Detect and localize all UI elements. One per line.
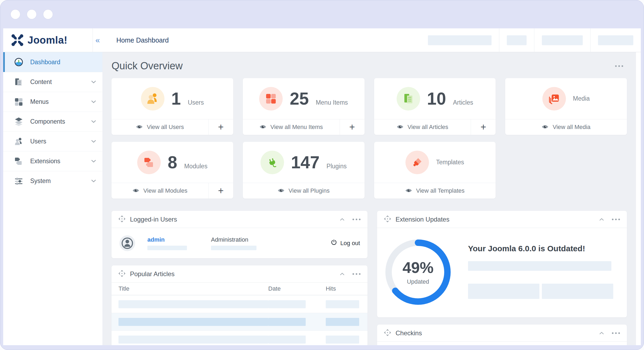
logout-label: Log out [340, 240, 360, 247]
panel-actions [599, 217, 620, 222]
eye-icon [397, 124, 404, 131]
stat-card-body: 25 Menu Items [243, 78, 365, 119]
screen: Joomla! « Dashboard [0, 0, 644, 350]
quick-overview-options-icon[interactable] [615, 65, 623, 67]
redacted-button[interactable] [542, 284, 613, 299]
view-all-media-link[interactable]: View all Media [505, 119, 627, 135]
drag-handle-icon[interactable] [118, 215, 125, 223]
view-all-articles-link[interactable]: View all Articles [374, 119, 471, 135]
menus-grid-icon [14, 97, 24, 107]
logout-button[interactable]: Log out [331, 239, 360, 247]
redacted-label [507, 35, 527, 45]
stat-card-footer: View all Modules + [112, 183, 233, 199]
content-pages-icon [14, 77, 24, 87]
user-name-link[interactable]: admin [147, 236, 211, 243]
panel-title: Popular Articles [130, 270, 335, 278]
modules-icon [137, 151, 161, 174]
panel-options-icon[interactable] [612, 219, 620, 220]
redacted-button[interactable] [468, 284, 539, 299]
drag-handle-icon[interactable] [384, 215, 391, 223]
sidebar-item-system[interactable]: System [3, 171, 102, 191]
table-row[interactable] [112, 313, 367, 330]
view-all-plugins-link[interactable]: View all Plugins [243, 183, 365, 199]
scrollbar-gutter[interactable] [636, 52, 641, 345]
users-icon [141, 87, 164, 111]
add-menu-item-button[interactable]: + [340, 119, 365, 135]
panel-header: Extension Updates [377, 211, 627, 228]
chevron-down-icon [91, 100, 96, 104]
admin-app: Joomla! « Dashboard [3, 28, 641, 345]
sidebar-item-content[interactable]: Content [3, 72, 102, 92]
redacted-article-title [118, 318, 268, 326]
topbar: Home Dashboard [102, 28, 641, 52]
collapse-panel-icon[interactable] [340, 272, 344, 276]
collapse-panel-icon[interactable] [599, 217, 604, 222]
panel-options-icon[interactable] [612, 332, 620, 334]
stat-card-footer: View all Users + [112, 119, 233, 135]
topbar-menu-item[interactable] [499, 28, 534, 52]
collapse-panel-icon[interactable] [340, 217, 344, 222]
stat-card-plugins: 147 Plugins View all Plugins [243, 142, 365, 199]
view-all-templates-link[interactable]: View all Templates [374, 183, 496, 199]
panel-actions [340, 272, 361, 276]
sidebar-item-label: Extensions [30, 158, 85, 165]
table-row[interactable] [112, 295, 367, 313]
sidebar-item-extensions[interactable]: Extensions [3, 151, 102, 171]
redacted-article-hits [326, 318, 359, 326]
stat-label: Plugins [327, 155, 347, 170]
window-button-3[interactable] [43, 10, 53, 19]
user-group-label: Administration [211, 236, 331, 243]
joomla-logo[interactable]: Joomla! [3, 28, 93, 52]
user-avatar-icon [119, 235, 136, 252]
stat-label: Modules [184, 155, 208, 170]
add-module-button[interactable]: + [208, 183, 233, 199]
topbar-menu-item[interactable] [590, 28, 641, 52]
drag-handle-icon[interactable] [118, 270, 125, 278]
stat-count: 1 [171, 90, 181, 107]
topbar-menu-item[interactable] [420, 28, 499, 52]
update-percent-caption: Updated [407, 278, 429, 285]
table-row[interactable] [112, 330, 367, 345]
outdated-message: Your Joomla 6.0.0 is Outdated! [468, 244, 619, 253]
add-article-button[interactable]: + [471, 119, 496, 135]
redacted-label [598, 35, 633, 45]
collapse-panel-icon[interactable] [599, 331, 604, 336]
redacted-article-title [118, 300, 268, 308]
sidebar-item-users[interactable]: Users [3, 131, 102, 151]
topbar-menu [420, 28, 641, 52]
components-layers-icon [14, 117, 24, 127]
topbar-menu-item[interactable] [534, 28, 590, 52]
logged-in-users-panel: Logged-in Users [112, 211, 367, 258]
stat-card-footer: View all Templates [374, 183, 496, 199]
stat-card-footer: View all Menu Items + [243, 119, 365, 135]
panel-title: Logged-in Users [130, 216, 335, 223]
articles-table-header: Title Date Hits [112, 283, 367, 295]
stat-card-users: 1 Users View all Users [112, 78, 233, 135]
sidebar: Joomla! « Dashboard [3, 28, 102, 345]
panel-options-icon[interactable] [352, 273, 361, 275]
view-all-label: View all Media [553, 124, 590, 131]
users-people-icon [14, 137, 24, 146]
collapse-sidebar-icon[interactable]: « [93, 28, 102, 52]
window-button-2[interactable] [27, 10, 36, 19]
view-all-menu-items-link[interactable]: View all Menu Items [243, 119, 340, 135]
add-user-button[interactable]: + [208, 119, 233, 135]
panel-options-icon[interactable] [352, 219, 361, 220]
drag-handle-icon[interactable] [384, 329, 391, 337]
checkins-body [377, 342, 627, 345]
stat-count: 147 [291, 154, 320, 171]
sidebar-item-menus[interactable]: Menus [3, 92, 102, 112]
window-button-1[interactable] [11, 10, 20, 19]
stat-card-menu-items: 25 Menu Items View all Menu Items [243, 78, 365, 135]
chevron-down-icon [91, 159, 96, 164]
view-all-label: View all Templates [416, 187, 465, 194]
sidebar-item-components[interactable]: Components [3, 112, 102, 131]
dashboard-scroll-area[interactable]: Quick Overview [102, 52, 636, 345]
view-all-users-link[interactable]: View all Users [112, 119, 208, 135]
panel-title: Extension Updates [396, 216, 595, 223]
eye-icon [278, 187, 285, 194]
sidebar-item-dashboard[interactable]: Dashboard [3, 52, 102, 72]
dashboard-gauge-icon [14, 57, 24, 67]
view-all-modules-link[interactable]: View all Modules [112, 183, 208, 199]
sidebar-item-label: Dashboard [30, 59, 96, 66]
